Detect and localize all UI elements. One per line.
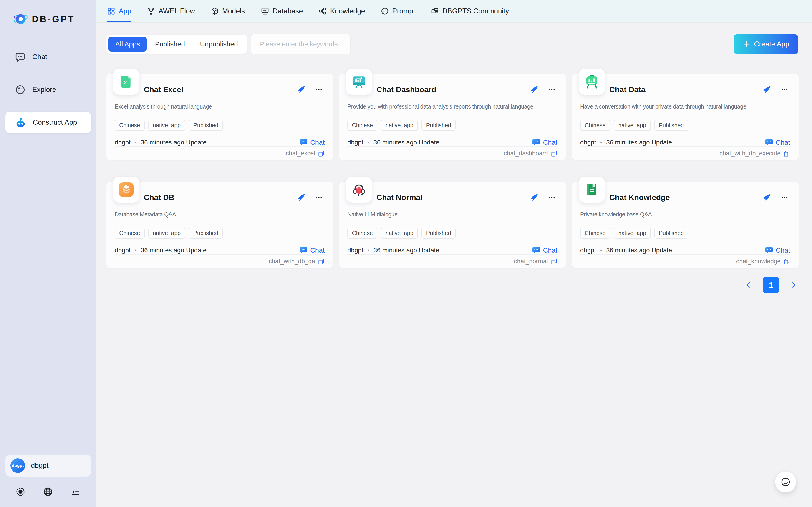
app-card[interactable]: Chat Knowledge Private knowledge base Q&… [572, 182, 799, 268]
more-menu-icon[interactable] [315, 193, 323, 202]
knowledge-graph-icon [319, 7, 326, 15]
sidebar-nav: Chat Explore Construct App [0, 46, 97, 133]
app-description: Private knowledge base Q&A [580, 211, 790, 218]
top-nav: App AWEL Flow Models SQL Database [97, 0, 812, 23]
app-card-chat-normal: Chat Normal Native LLM dialogue Chinese … [339, 177, 566, 268]
main-area: App AWEL Flow Models SQL Database [97, 0, 812, 507]
tab-app[interactable]: App [107, 0, 131, 22]
dot-separator: • [600, 247, 602, 253]
copy-icon[interactable] [318, 150, 325, 157]
app-title: Chat Dashboard [376, 85, 529, 94]
copy-icon[interactable] [551, 150, 558, 157]
sidebar-item-label: Construct App [33, 118, 77, 126]
filter-all-apps[interactable]: All Apps [109, 37, 147, 52]
copy-icon[interactable] [783, 258, 790, 265]
pagination: 1 [97, 277, 798, 293]
dingtalk-share-icon[interactable] [762, 193, 771, 202]
search-input[interactable] [260, 41, 346, 48]
feedback-smiley-button[interactable] [775, 471, 796, 493]
tab-label: Prompt [392, 7, 415, 15]
language-globe-icon[interactable] [43, 487, 53, 497]
create-app-button[interactable]: Create App [734, 34, 798, 54]
more-menu-icon[interactable] [780, 193, 789, 202]
svg-text:SQL: SQL [263, 10, 267, 12]
filter-unpublished[interactable]: Unpublished [193, 37, 245, 52]
chat-link[interactable]: Chat [532, 138, 557, 146]
dingtalk-share-icon[interactable] [762, 85, 771, 94]
app-card[interactable]: Chat Normal Native LLM dialogue Chinese … [339, 182, 566, 268]
dingtalk-share-icon[interactable] [297, 193, 306, 202]
app-card-grid: X Chat Excel Excel analysis through n [97, 55, 812, 268]
tag: native_app [148, 228, 185, 239]
dingtalk-share-icon[interactable] [530, 193, 539, 202]
owner: dbgpt [115, 247, 131, 254]
brand-name: DB-GPT [32, 14, 75, 24]
copy-icon[interactable] [551, 258, 558, 265]
tab-database[interactable]: SQL Database [261, 0, 303, 22]
dashboard-board-icon [352, 74, 366, 89]
excel-file-icon: X [119, 74, 133, 89]
community-blocks-icon [431, 7, 439, 15]
tab-knowledge[interactable]: Knowledge [319, 0, 365, 22]
search-box [251, 34, 351, 54]
sidebar-footer [0, 483, 97, 507]
model-cube-icon [211, 7, 218, 15]
chat-bubble-icon [15, 52, 25, 62]
app-card[interactable]: Chat Data Have a conversation with your … [572, 74, 799, 160]
tag: native_app [614, 120, 650, 131]
chat-link[interactable]: Chat [765, 138, 790, 146]
chat-link[interactable]: Chat [765, 246, 790, 254]
chat-link-label: Chat [543, 138, 557, 146]
more-menu-icon[interactable] [780, 85, 789, 94]
meta-row: dbgpt • 36 minutes ago Update Chat [580, 138, 790, 146]
app-description: Provide you with professional data analy… [347, 103, 557, 110]
tag-row: Chinese native_app Published [115, 228, 325, 239]
dingtalk-share-icon[interactable] [530, 85, 539, 94]
chat-bubble-icon [765, 247, 773, 254]
filter-published[interactable]: Published [148, 37, 192, 52]
sidebar-item-explore[interactable]: Explore [5, 79, 91, 101]
tab-models[interactable]: Models [211, 0, 245, 22]
chat-link[interactable]: Chat [299, 246, 325, 254]
robot-icon [15, 117, 26, 128]
app-card[interactable]: Chat DB Database Metadata Q&A Chinese na… [107, 182, 333, 268]
tag: native_app [148, 120, 185, 131]
tab-dbgpts-community[interactable]: DBGPTS Community [431, 0, 509, 22]
user-profile[interactable]: dbgpt dbgpt [5, 455, 91, 476]
theme-sun-icon[interactable] [15, 487, 25, 497]
tab-label: App [119, 7, 131, 15]
more-menu-icon[interactable] [315, 85, 323, 94]
chat-bubble-icon [532, 139, 540, 146]
apps-toolbar: All Apps Published Unpublished Create Ap… [107, 33, 798, 55]
card-footer: chat_with_db_execute [580, 146, 790, 160]
db-layers-icon [119, 182, 133, 197]
tag: native_app [381, 228, 418, 239]
app-card[interactable]: Chat Excel Excel analysis through natura… [107, 74, 333, 160]
tab-awel-flow[interactable]: AWEL Flow [147, 0, 195, 22]
page-1-button[interactable]: 1 [763, 277, 779, 293]
dingtalk-share-icon[interactable] [297, 85, 306, 94]
sidebar-item-construct-app[interactable]: Construct App [5, 112, 91, 133]
tab-prompt[interactable]: Prompt [381, 0, 415, 22]
app-card[interactable]: Chat Dashboard Provide you with professi… [339, 74, 566, 160]
collapse-sidebar-icon[interactable] [70, 487, 81, 497]
tag-row: Chinese native_app Published [580, 228, 790, 239]
sidebar: DB-GPT Chat Explore [0, 0, 97, 507]
tag: Chinese [115, 228, 145, 239]
sidebar-item-label: Explore [32, 86, 56, 94]
updated-time: 36 minutes ago Update [606, 139, 672, 146]
chat-link-label: Chat [543, 246, 557, 254]
app-icon-tile [579, 69, 605, 95]
tab-label: Models [222, 7, 245, 15]
dbgpt-logo: DB-GPT [0, 0, 97, 26]
chevron-right-icon[interactable] [790, 281, 798, 289]
sidebar-item-chat[interactable]: Chat [5, 46, 91, 68]
chat-link[interactable]: Chat [532, 246, 557, 254]
copy-icon[interactable] [318, 258, 325, 265]
scene-name: chat_with_db_qa [269, 258, 315, 265]
more-menu-icon[interactable] [548, 193, 556, 202]
chat-link[interactable]: Chat [299, 138, 325, 146]
chevron-left-icon[interactable] [745, 281, 752, 289]
more-menu-icon[interactable] [548, 85, 556, 94]
copy-icon[interactable] [783, 150, 790, 157]
